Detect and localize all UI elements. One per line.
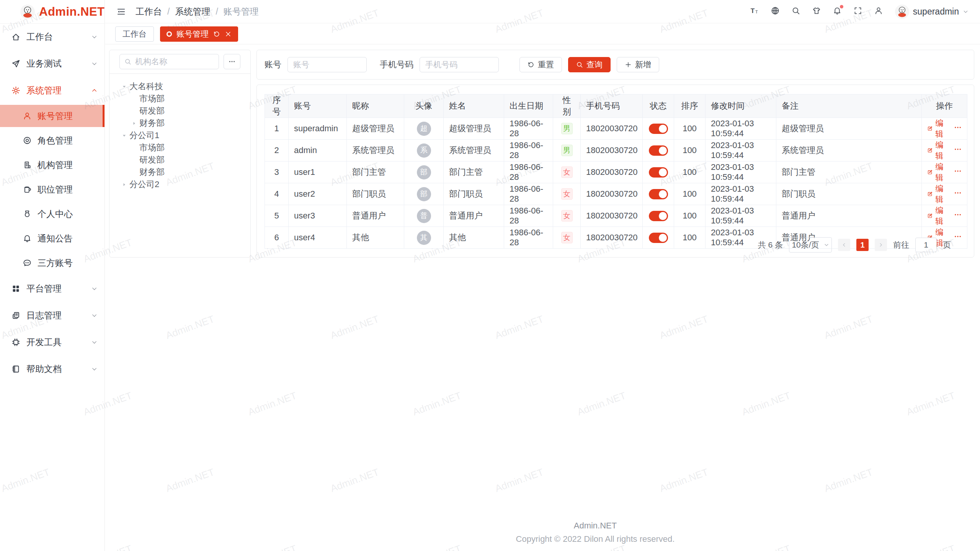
edit-button[interactable]: 编辑 <box>927 205 947 227</box>
tree-node-label: 研发部 <box>139 105 165 117</box>
sidebar-item[interactable]: 日志管理 <box>0 303 105 328</box>
goto-label: 前往 <box>893 240 909 250</box>
tree-node[interactable]: 研发部 <box>119 105 240 117</box>
cell-birth: 1986-06-28 <box>504 227 553 249</box>
breadcrumb-item[interactable]: 工作台 <box>136 6 162 18</box>
cell-order: 100 <box>674 183 706 205</box>
phone-input[interactable] <box>420 57 499 72</box>
notification-bell-icon[interactable] <box>833 7 841 16</box>
cell-no: 3 <box>265 161 289 183</box>
tree-node[interactable]: 市场部 <box>119 142 240 154</box>
tree-node[interactable]: 大名科技 <box>119 80 240 93</box>
cell-remark: 超级管理员 <box>776 118 922 140</box>
search-icon[interactable] <box>792 7 800 16</box>
tree-node[interactable]: 分公司1 <box>119 129 240 142</box>
user-menu[interactable]: superadmin <box>895 5 969 19</box>
cell-remark: 部门职员 <box>776 183 922 205</box>
sidebar-item[interactable]: 平台管理 <box>0 276 105 301</box>
close-tab-icon[interactable] <box>225 31 232 37</box>
prev-page-button[interactable] <box>838 239 850 251</box>
breadcrumb-item[interactable]: 系统管理 <box>175 6 210 18</box>
cell-gender: 女 <box>553 183 581 205</box>
page-number-button[interactable]: 1 <box>856 239 869 251</box>
refresh-tab-icon[interactable] <box>213 31 220 37</box>
sidebar-item-label: 系统管理 <box>26 85 91 96</box>
sidebar-item-label: 工作台 <box>26 31 91 43</box>
row-avatar: 超 <box>417 122 431 136</box>
org-search-input[interactable] <box>134 57 214 67</box>
grid-icon <box>11 284 20 293</box>
sidebar-subitem-label: 个人中心 <box>38 208 73 220</box>
tree-node[interactable]: 研发部 <box>119 154 240 166</box>
reset-button[interactable]: 重置 <box>519 57 562 72</box>
sidebar-subitem[interactable]: 账号管理 <box>0 105 105 127</box>
cell-nickname: 超级管理员 <box>347 118 404 140</box>
tree-node[interactable]: 分公司2 <box>119 178 240 191</box>
cell-status <box>643 140 674 161</box>
chevron-down-icon <box>91 34 98 40</box>
sidebar-subitem[interactable]: 职位管理 <box>0 178 105 201</box>
sidebar-subitem[interactable]: 个人中心 <box>0 203 105 225</box>
edit-button[interactable]: 编辑 <box>927 183 947 205</box>
next-page-button[interactable] <box>875 239 887 251</box>
sidebar-item[interactable]: 系统管理 <box>0 78 105 103</box>
cell-order: 100 <box>674 161 706 183</box>
org-more-button[interactable] <box>224 54 240 69</box>
tree-node[interactable]: 财务部 <box>119 166 240 178</box>
edit-button[interactable]: 编辑 <box>927 118 947 139</box>
sidebar-subitem[interactable]: 三方账号 <box>0 252 105 274</box>
more-icon <box>229 58 235 65</box>
cell-actions: 编辑 <box>922 140 967 161</box>
collapse-sidebar-icon[interactable] <box>117 7 126 16</box>
edit-button[interactable]: 编辑 <box>927 140 947 161</box>
language-icon[interactable] <box>771 7 779 16</box>
row-more-button[interactable] <box>954 145 962 155</box>
profile-icon[interactable] <box>874 7 883 16</box>
sidebar-subitem[interactable]: 机构管理 <box>0 154 105 176</box>
tree-node[interactable]: 财务部 <box>119 117 240 129</box>
font-size-icon[interactable]: TT <box>750 7 759 16</box>
filter-bar: 账号 手机号码 重置 查询 新增 <box>256 50 974 80</box>
row-more-button[interactable] <box>954 167 962 177</box>
query-button[interactable]: 查询 <box>568 57 611 72</box>
theme-icon[interactable] <box>812 7 821 16</box>
sidebar-subitem[interactable]: 角色管理 <box>0 129 105 152</box>
status-toggle[interactable] <box>649 211 668 221</box>
cell-gender: 男 <box>553 118 581 140</box>
status-toggle[interactable] <box>649 189 668 199</box>
sidebar-subitem-label: 账号管理 <box>38 110 73 122</box>
fullscreen-icon[interactable] <box>854 7 862 16</box>
tree-node[interactable]: 市场部 <box>119 93 240 105</box>
tree-node-label: 市场部 <box>139 93 165 104</box>
sidebar-subitem[interactable]: 通知公告 <box>0 227 105 249</box>
sidebar-item[interactable]: 开发工具 <box>0 330 105 354</box>
sidebar-item[interactable]: 帮助文档 <box>0 357 105 381</box>
status-toggle[interactable] <box>649 233 668 243</box>
row-more-button[interactable] <box>954 189 962 199</box>
building-icon <box>23 161 31 169</box>
page-size-select[interactable]: 10条/页 <box>789 237 832 253</box>
goto-page-input[interactable] <box>915 238 937 252</box>
row-more-button[interactable] <box>954 211 962 221</box>
cell-actions: 编辑 <box>922 183 967 205</box>
plus-icon <box>625 61 632 68</box>
account-input[interactable] <box>287 57 367 72</box>
table-row: 2 admin 系统管理员 系 系统管理员 1986-06-28 男 18020… <box>265 140 967 161</box>
cell-name: 部门主管 <box>444 161 504 183</box>
gender-badge: 男 <box>561 145 573 156</box>
gender-badge: 男 <box>561 123 573 134</box>
page-tab[interactable]: 账号管理 <box>160 26 238 42</box>
status-toggle[interactable] <box>649 167 668 178</box>
page-tab-label: 工作台 <box>122 29 147 39</box>
cell-phone: 18020030720 <box>581 205 643 227</box>
sidebar-item[interactable]: 工作台 <box>0 24 105 49</box>
edit-button[interactable]: 编辑 <box>927 161 947 183</box>
row-more-button[interactable] <box>954 124 962 134</box>
sidebar-item[interactable]: 业务测试 <box>0 51 105 76</box>
cell-actions: 编辑 <box>922 161 967 183</box>
add-button[interactable]: 新增 <box>617 57 659 72</box>
status-toggle[interactable] <box>649 124 668 134</box>
row-more-button[interactable] <box>954 233 962 243</box>
page-tab[interactable]: 工作台 <box>115 26 154 42</box>
status-toggle[interactable] <box>649 145 668 156</box>
